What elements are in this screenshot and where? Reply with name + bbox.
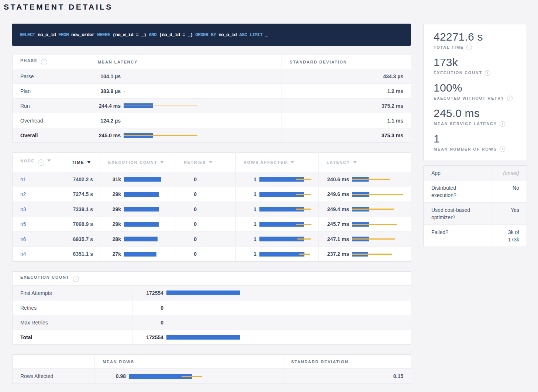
node-id-cell: n1 [13,172,64,187]
detail-value: (unset) [493,166,527,180]
node-header-retries[interactable]: RETRIES [176,153,236,172]
phase-label: Plan [13,84,90,99]
rows-affected-header-row: MEAN ROWSSTANDARD DEVIATION [13,355,411,369]
phase-label: Overall [13,128,90,143]
node-latency-bar-area [352,237,411,241]
info-icon[interactable]: i [73,276,79,282]
info-icon[interactable]: i [507,96,513,101]
stat-value: 173k [434,56,517,69]
info-icon[interactable]: i [38,159,44,166]
info-icon[interactable]: i [485,70,490,76]
node-rows-affected-cell: 1 [236,172,319,187]
stat-label: MEAN SERVICE LATENCYi [434,121,517,126]
info-icon[interactable]: i [41,59,47,65]
node-link-n2[interactable]: n2 [13,191,26,197]
node-rows-affected-bar-area [259,222,318,227]
node-link-n4[interactable]: n4 [13,251,26,257]
phase-standard-deviation: 434.3 µs [282,69,411,84]
node-header-execution-count-label: EXECUTION COUNT [108,160,157,165]
node-execution-count-bar-area [124,252,176,257]
execution-row-value-cell: 0 [132,300,411,315]
node-execution-count-cell: 28k [100,232,176,247]
rows-affected-row: Rows Affected0.980.15 [13,369,411,384]
phase-label: Overhead [13,113,90,128]
execution-row: 0 [132,320,411,326]
node-latency-cell: 245.7 ms [319,217,411,232]
stat-label-text: MEAN SERVICE LATENCY [434,121,497,126]
node-rows-affected-value: 1 [236,191,259,197]
stat-mean-number-of-rows: 1MEAN NUMBER OF ROWSi [434,133,517,152]
phase-header-mean-latency: MEAN LATENCY [90,55,282,69]
node-retries-value: 0 [176,206,200,212]
sql-identifier: (no_w_id = _) [113,32,149,38]
node-rows-affected-value: 1 [236,221,259,227]
info-icon[interactable]: i [466,45,472,50]
node-row-n6: n66935.7 s28k01247.1 ms [13,232,411,247]
execution-count-header-row: EXECUTION COUNTi [13,272,411,286]
phase-mean-latency-value: 245.0 ms [90,133,124,138]
stat-value: 1 [434,133,517,145]
node-link-n5[interactable]: n5 [13,221,26,227]
node-time: 7068.9 s [64,217,100,232]
execution-row-bar-area [166,335,411,340]
phase-row-parse: Parse104.1 µs434.3 µs [13,69,411,84]
node-header-time[interactable]: TIME [64,153,100,172]
node-execution-count-bar [124,237,158,241]
node-header-retries-label: RETRIES [184,160,206,165]
node-header-time-label: TIME [72,160,84,165]
node-latency-deviation-line [352,209,394,210]
node-header-latency[interactable]: LATENCY [319,153,411,172]
node-execution-count-bar-area [124,177,176,182]
node-latency: 245.7 ms [319,221,411,227]
node-header-execution-count[interactable]: EXECUTION COUNT [100,153,176,172]
node-execution-count-bar [124,177,161,182]
node-id-cell: n4 [13,247,64,262]
node-rows-affected-deviation-line [299,254,310,255]
stat-value: 42271.6 s [434,31,517,43]
stat-mean-service-latency: 245.0 msMEAN SERVICE LATENCYi [434,107,517,126]
node-row-n1: n17402.2 s31k01240.6 ms [13,172,411,187]
detail-row-distributed-execution-: Distributed execution?No [424,180,527,203]
node-rows-affected-deviation-line [296,209,311,210]
node-rows-affected-value: 1 [236,251,259,257]
execution-row-label: Retries [13,300,132,315]
mean-rows-deviation-line [182,376,202,377]
sql-keyword: ORDER BY [195,32,218,38]
execution-row-value: 0 [132,320,166,326]
node-execution-count-bar [124,192,159,197]
phase-mean-latency-deviation-line [124,135,197,136]
detail-row-app: App(unset) [424,166,527,180]
detail-row-failed-: Failed?3k of 173k [424,225,527,247]
node-execution-count: 29k [100,221,176,227]
info-icon[interactable]: i [500,121,505,127]
stat-label: EXECUTION COUNTi [434,70,517,75]
node-header-rows-affected[interactable]: ROWS AFFECTED [236,153,319,172]
node-execution-count-bar [124,252,156,257]
execution-row: 0 [132,305,411,311]
main-content: STATEMENT DETAILS SELECT no_o_id FROM ne… [12,0,411,384]
node-header-node[interactable]: NODEi [13,153,64,172]
rows-affected-label: Rows Affected [13,369,95,384]
node-latency-deviation-line [352,194,403,195]
phase-mean-latency-bar-area [124,133,282,138]
node-link-n3[interactable]: n3 [13,206,26,212]
sort-arrow-icon [47,159,51,162]
stat-total-time: 42271.6 sTOTAL TIMEi [434,31,517,50]
node-rows-affected-bar-area [259,252,318,257]
node-link-n1[interactable]: n1 [13,176,26,182]
rows-header-mean-rows: MEAN ROWS [95,355,283,369]
node-time: 6935.7 s [64,232,100,247]
phase-mean-latency-cell: 244.4 ms [90,99,282,113]
node-execution-count-bar [124,222,159,227]
node-id-cell: n6 [13,232,64,247]
node-link-n6[interactable]: n6 [13,236,26,242]
node-execution-count-bar [124,207,159,212]
phase-label: Parse [13,69,90,84]
info-icon[interactable]: i [500,147,505,152]
node-execution-count-value: 29k [100,191,124,197]
phase-mean-latency-cell: 245.0 ms [90,128,282,143]
phase-mean-latency-bar-area [124,118,282,123]
phase-mean-latency-value: 244.4 ms [90,103,124,109]
detail-value: Yes [493,203,527,225]
node-row-n2: n27274.5 s29k01249.6 ms [13,187,411,202]
